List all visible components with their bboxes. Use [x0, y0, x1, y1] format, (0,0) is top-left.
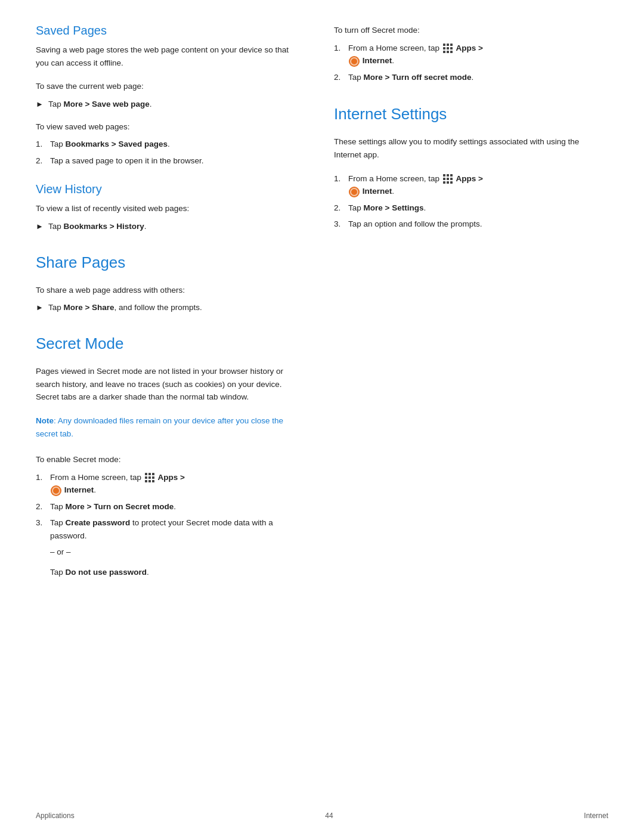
page: Saved Pages Saving a web page stores the… — [0, 0, 644, 833]
share-pages-title: Share Pages — [36, 253, 298, 272]
internet-icon — [349, 56, 360, 67]
view-instruction: To view saved web pages: — [36, 120, 298, 134]
list-item: 2. Tap a saved page to open it in the br… — [36, 154, 298, 168]
footer-center: 44 — [325, 812, 333, 820]
no-password-step: Tap Do not use password. — [50, 566, 298, 579]
right-column: To turn off Secret mode: 1. From a Home … — [322, 24, 608, 797]
secret-mode-section: Secret Mode Pages viewed in Secret mode … — [36, 335, 298, 578]
share-bullet: ► Tap More > Share, and follow the promp… — [36, 301, 298, 314]
enable-steps: 1. From a Home screen, tap Apps > Intern… — [36, 471, 298, 543]
list-item: 3. Tap an option and follow the prompts. — [334, 218, 608, 231]
footer-left: Applications — [36, 812, 75, 820]
view-saved-steps: 1. Tap Bookmarks > Saved pages. 2. Tap a… — [36, 138, 298, 167]
bullet-arrow-icon: ► — [36, 302, 44, 314]
apps-icon — [145, 473, 154, 482]
or-line: – or – — [50, 547, 298, 556]
share-bullet-text: Tap More > Share, and follow the prompts… — [48, 301, 202, 314]
bullet-arrow-icon: ► — [36, 221, 44, 233]
internet-settings-section: Internet Settings These settings allow y… — [334, 105, 608, 231]
internet-settings-steps: 1. From a Home screen, tap Apps > Intern… — [334, 172, 608, 231]
secret-mode-note: Note: Any downloaded files remain on you… — [36, 414, 298, 440]
save-bullet-text: Tap More > Save web page. — [48, 98, 152, 111]
two-column-layout: Saved Pages Saving a web page stores the… — [36, 24, 608, 797]
apps-icon — [443, 174, 453, 184]
history-bullet: ► Tap Bookmarks > History. — [36, 220, 298, 233]
turn-off-secret-section: To turn off Secret mode: 1. From a Home … — [334, 24, 608, 83]
bullet-arrow-icon: ► — [36, 98, 44, 111]
list-item: 1. From a Home screen, tap Apps > Intern… — [334, 172, 608, 198]
footer-right: Internet — [584, 812, 608, 820]
saved-pages-intro: Saving a web page stores the web page co… — [36, 44, 298, 69]
turn-off-intro: To turn off Secret mode: — [334, 24, 608, 37]
list-item: 3. Tap Create password to protect your S… — [36, 516, 298, 542]
enable-instruction: To enable Secret mode: — [36, 453, 298, 466]
share-pages-section: Share Pages To share a web page address … — [36, 253, 298, 314]
footer: Applications 44 Internet — [0, 812, 644, 820]
list-item: 1. Tap Bookmarks > Saved pages. — [36, 138, 298, 151]
internet-settings-intro: These settings allow you to modify setti… — [334, 135, 608, 161]
save-instruction: To save the current web page: — [36, 80, 298, 93]
apps-icon — [443, 44, 453, 53]
save-bullet: ► Tap More > Save web page. — [36, 98, 298, 111]
turn-off-steps: 1. From a Home screen, tap Apps > Intern… — [334, 42, 608, 84]
secret-mode-title: Secret Mode — [36, 335, 298, 353]
view-history-title: View History — [36, 182, 298, 196]
saved-pages-section: Saved Pages Saving a web page stores the… — [36, 24, 298, 167]
note-text-content: : Any downloaded files remain on your de… — [36, 416, 283, 438]
view-history-section: View History To view a list of recently … — [36, 182, 298, 233]
list-item: 2. Tap More > Settings. — [334, 202, 608, 215]
left-column: Saved Pages Saving a web page stores the… — [36, 24, 322, 797]
list-item: 1. From a Home screen, tap Apps > Intern… — [334, 42, 608, 67]
history-bullet-text: Tap Bookmarks > History. — [48, 220, 147, 233]
list-item: 1. From a Home screen, tap Apps > Intern… — [36, 471, 298, 497]
internet-icon — [349, 187, 360, 197]
saved-pages-title: Saved Pages — [36, 24, 298, 38]
list-item: 2. Tap More > Turn off secret mode. — [334, 71, 608, 84]
share-pages-intro: To share a web page address with others: — [36, 284, 298, 297]
secret-mode-intro: Pages viewed in Secret mode are not list… — [36, 365, 298, 404]
internet-settings-title: Internet Settings — [334, 105, 608, 123]
list-item: 2. Tap More > Turn on Secret mode. — [36, 500, 298, 513]
view-history-intro: To view a list of recently visited web p… — [36, 202, 298, 215]
note-label: Note — [36, 416, 54, 425]
internet-icon — [51, 485, 61, 496]
